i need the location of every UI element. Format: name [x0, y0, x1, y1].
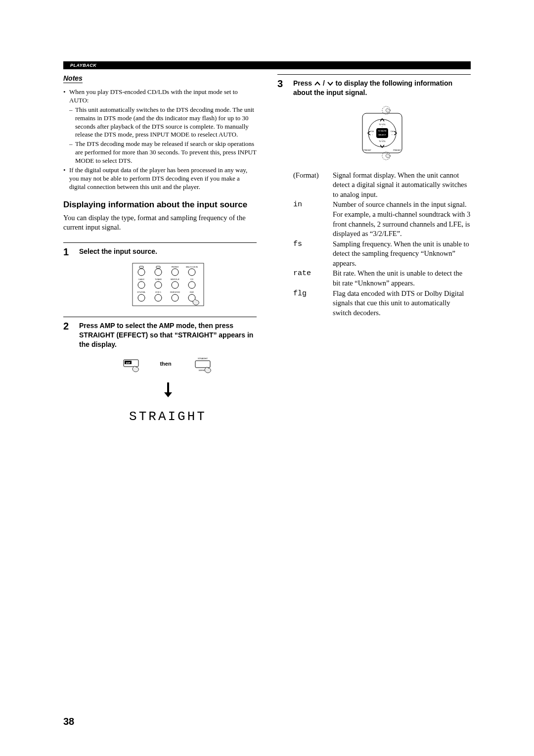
def-rate-def: Bit rate. When the unit is unable to det… [333, 269, 471, 288]
label-dvd: DVD [189, 291, 194, 293]
right-column: 3 Press / to display the following infor… [277, 74, 471, 424]
svg-point-10 [188, 282, 195, 288]
straight-display-text: STRAIGHT [79, 409, 257, 424]
svg-rect-2 [156, 266, 160, 268]
svg-point-7 [138, 282, 145, 288]
step-1-body: Select the input source. PHONO MULTI CH … [79, 247, 257, 307]
section-label: PLAYBACK [63, 63, 96, 68]
definitions-list: (Format) Signal format display. When the… [293, 171, 471, 318]
def-format: (Format) Signal format display. When the… [293, 171, 471, 200]
note-1-sublist: This unit automatically switches to the … [69, 106, 257, 165]
def-in-def: Number of source channels in the input s… [333, 200, 471, 238]
page-number: 38 [63, 716, 74, 727]
svg-point-6 [188, 269, 195, 276]
svg-point-8 [155, 282, 162, 288]
step-2: 2 Press AMP to select the AMP mode, then… [63, 317, 257, 425]
section-header-bar: PLAYBACK [63, 61, 471, 69]
tvmute-label: TV MUTE [378, 130, 387, 132]
svg-rect-17 [195, 361, 210, 368]
label-vcr1: VCR 1 [155, 291, 162, 293]
def-format-def: Signal format display. When the unit can… [333, 171, 471, 200]
notes-list: When you play DTS-encoded CD/LDs with th… [63, 88, 257, 191]
chminus-label: CH [371, 130, 374, 133]
label-phono: PHONO [171, 266, 178, 268]
main-heading: Displaying information about the input s… [63, 199, 257, 210]
svg-point-3 [138, 269, 145, 276]
step-3-number: 3 [277, 79, 286, 318]
plus-label-right: + [391, 133, 393, 136]
notes-heading-wrap: Notes [63, 74, 257, 86]
step-2-body: Press AMP to select the AMP mode, then p… [79, 321, 257, 425]
step-1-number: 1 [63, 247, 72, 307]
amp-label: AMP [126, 362, 130, 364]
then-label: then [160, 361, 172, 367]
note-1-text: When you play DTS-encoded CD/LDs with th… [69, 88, 238, 104]
def-rate: rate Bit rate. When the unit is unable t… [293, 269, 471, 288]
label-dtvcbl: DTV/CBL [137, 291, 146, 293]
label-tuner: TUNER [155, 278, 162, 281]
label-multich: MULTI CH IN [186, 266, 198, 268]
down-arrow-icon [162, 381, 174, 398]
label-vaux: V-AUX [138, 278, 144, 281]
chplus-label: CH [391, 130, 394, 133]
def-fs-term: fs [293, 239, 333, 249]
minus-label-left: – [371, 133, 373, 136]
select-label: SELECT [378, 134, 386, 136]
def-flg-def: Flag data encoded with DTS or Dolby Digi… [333, 289, 471, 318]
label-mdcdr: MD/CD-R [171, 278, 179, 281]
svg-point-5 [172, 269, 178, 276]
notes-heading: Notes [63, 74, 83, 83]
def-fs-def: Sampling frequency. When the unit is una… [333, 239, 471, 269]
svg-point-13 [172, 294, 178, 301]
step-3: 3 Press / to display the following infor… [277, 74, 471, 318]
label-cd: CD [190, 278, 193, 281]
step-2-diagram: AMP then STRAIGHT EFFECT [79, 355, 257, 398]
step-1-text: Select the input source. [79, 247, 257, 256]
pointing-hand-icon [193, 299, 199, 305]
svg-rect-0 [133, 263, 204, 306]
note-item-1: When you play DTS-encoded CD/LDs with th… [63, 88, 257, 165]
step-2-number: 2 [63, 321, 72, 425]
def-flg-term: flg [293, 289, 333, 299]
svg-point-12 [155, 294, 162, 301]
note-1-sub-1: This unit automatically switches to the … [69, 106, 257, 140]
svg-rect-1 [139, 266, 143, 268]
note-item-2: If the digital output data of the player… [63, 166, 257, 191]
up-chevron-icon [314, 81, 321, 87]
def-flg: flg Flag data encoded with DTS or Dolby … [293, 289, 471, 318]
def-rate-term: rate [293, 269, 333, 279]
def-in-term: in [293, 200, 333, 210]
down-chevron-icon [327, 81, 334, 87]
main-body-text: You can display the type, format and sam… [63, 213, 257, 233]
label-dvrvcr2: DVR/VCR2 [170, 291, 180, 293]
def-fs: fs Sampling frequency. When the unit is … [293, 239, 471, 269]
svg-point-11 [138, 294, 145, 301]
straight-label: STRAIGHT [197, 357, 208, 360]
step-3-text: Press / to display the following informa… [293, 79, 471, 97]
step-3-prefix: Press [293, 79, 314, 87]
def-in: in Number of source channels in the inpu… [293, 200, 471, 238]
def-format-term: (Format) [293, 171, 333, 181]
step-2-text: Press AMP to select the AMP mode, then p… [79, 321, 257, 349]
svg-point-9 [172, 282, 178, 288]
step-3-diagram: TV MUTE SELECT TV VOL + TV VOL – CH – [293, 103, 471, 163]
step-3-body: Press / to display the following informa… [293, 79, 471, 318]
svg-point-4 [155, 269, 162, 276]
two-column-layout: Notes When you play DTS-encoded CD/LDs w… [63, 74, 471, 424]
preset-right-label: PRESET [393, 149, 401, 151]
step-1: 1 Select the input source. PHONO MULTI C… [63, 242, 257, 307]
left-column: Notes When you play DTS-encoded CD/LDs w… [63, 74, 257, 424]
note-1-sub-2: The DTS decoding mode may be released if… [69, 140, 257, 165]
preset-left-label: PRESET [363, 149, 371, 151]
step-1-diagram: PHONO MULTI CH IN V-AUX TUNER MD/CD-R [79, 262, 257, 307]
